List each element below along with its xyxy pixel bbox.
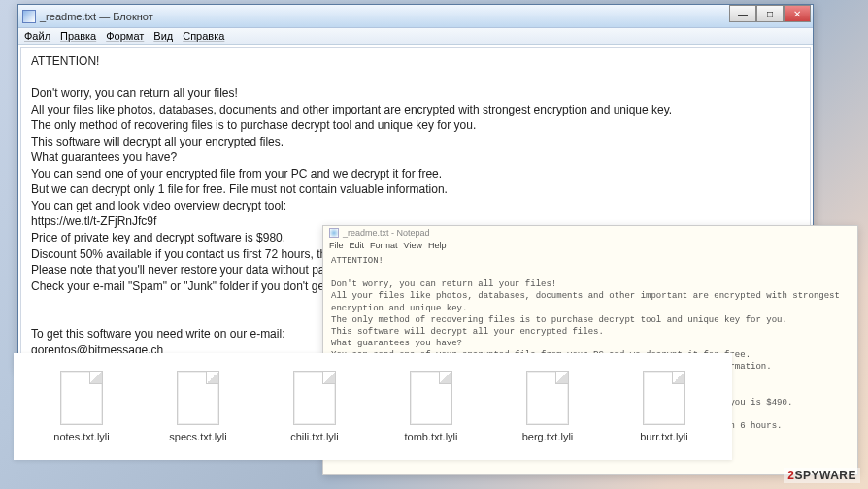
file-item[interactable]: berg.txt.lyli [499,371,596,442]
menu-format[interactable]: Format [370,241,398,250]
watermark-suffix: SPYWARE [794,469,856,482]
file-icon [60,371,103,425]
menu-help[interactable]: Help [428,241,447,250]
menubar: File Edit Format View Help [323,240,857,251]
notepad-icon [329,228,339,238]
file-label: chili.txt.lyli [290,431,339,442]
window-title: _readme.txt — Блокнот [40,11,153,22]
menubar: Файл Правка Формат Вид Справка [18,28,813,45]
encrypted-files-panel: notes.txt.lyli specs.txt.lyli chili.txt.… [14,353,732,460]
file-label: berg.txt.lyli [522,431,574,442]
menu-help[interactable]: Справка [183,30,224,42]
menu-file[interactable]: Файл [24,30,50,42]
minimize-button[interactable]: — [729,5,756,22]
menu-format[interactable]: Формат [106,30,144,42]
file-item[interactable]: notes.txt.lyli [33,371,130,442]
file-label: burr.txt.lyli [640,431,688,442]
file-item[interactable]: chili.txt.lyli [266,371,363,442]
menu-file[interactable]: File [329,241,344,250]
window-controls: — □ ✕ [729,5,811,22]
menu-edit[interactable]: Правка [60,30,96,42]
file-label: tomb.txt.lyli [404,431,457,442]
file-label: specs.txt.lyli [169,431,226,442]
titlebar[interactable]: _readme.txt — Блокнот — □ ✕ [18,5,813,28]
file-icon [293,371,336,425]
file-label: notes.txt.lyli [53,431,109,442]
menu-view[interactable]: View [404,241,422,250]
file-icon [643,371,685,425]
menu-edit[interactable]: Edit [350,241,365,250]
menu-view[interactable]: Вид [153,30,173,42]
file-item[interactable]: specs.txt.lyli [150,371,247,442]
file-icon [177,371,219,425]
titlebar[interactable]: _readme.txt - Notepad [323,226,857,240]
file-item[interactable]: burr.txt.lyli [616,371,713,442]
close-button[interactable]: ✕ [784,5,811,22]
notepad-icon [22,10,36,23]
file-icon [526,371,569,425]
maximize-button[interactable]: □ [756,5,784,22]
file-icon [410,371,452,425]
watermark-logo: 2SPYWARE [784,468,860,483]
window-title: _readme.txt - Notepad [343,228,430,238]
file-item[interactable]: tomb.txt.lyli [383,371,480,442]
